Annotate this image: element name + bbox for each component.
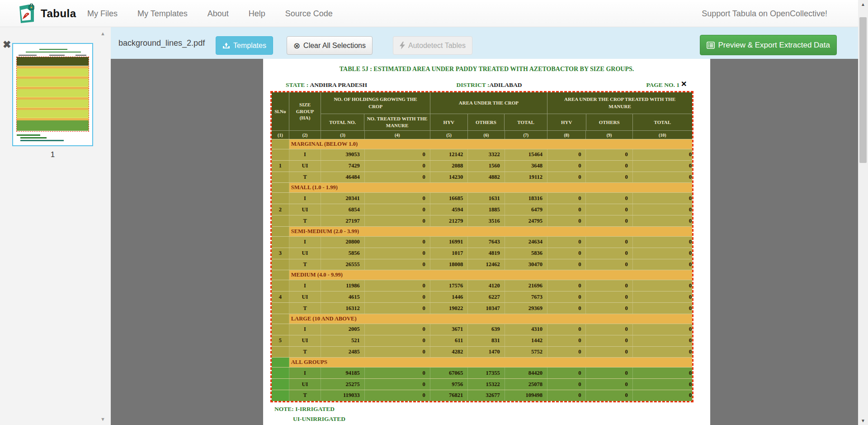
nav-item-source-code[interactable]: Source Code bbox=[285, 9, 333, 19]
value-cell: 1560 bbox=[468, 161, 505, 172]
lightning-icon bbox=[400, 42, 405, 49]
selection-close-icon[interactable]: ✕ bbox=[681, 80, 687, 88]
value-cell: 611 bbox=[430, 335, 468, 346]
slno-cell bbox=[272, 139, 289, 149]
value-cell: 32677 bbox=[468, 390, 505, 401]
value-cell: 20800 bbox=[321, 237, 364, 248]
row-type-cell: T bbox=[289, 215, 321, 226]
header-group-label: AREA UNDER THE CROP TREATED WITH THE MAN… bbox=[547, 92, 692, 114]
table-row: I20800016991764324634000 bbox=[272, 236, 692, 248]
value-cell: 46484 bbox=[321, 172, 364, 183]
row-type-cell: UI bbox=[289, 204, 321, 215]
section-band-label: SMALL (1.0 - 1.99) bbox=[289, 183, 692, 192]
value-cell: 5836 bbox=[505, 248, 547, 259]
value-cell: 0 bbox=[547, 237, 586, 248]
thumb-note-line bbox=[17, 134, 40, 136]
value-cell: 15464 bbox=[505, 149, 547, 160]
scrollbar-up-icon[interactable]: ▲ bbox=[858, 2, 868, 7]
column-number-cell: (1) bbox=[272, 131, 289, 139]
support-link[interactable]: Support Tabula on OpenCollective! bbox=[702, 0, 827, 27]
row-type-cell: I bbox=[289, 193, 321, 204]
row-type-cell: I bbox=[289, 324, 321, 335]
value-cell: 12142 bbox=[430, 149, 468, 160]
nav-item-help[interactable]: Help bbox=[249, 9, 265, 19]
value-cell: 4310 bbox=[505, 324, 547, 335]
sidebar-scroll-up-icon[interactable]: ▲ bbox=[100, 31, 105, 36]
value-cell: 3516 bbox=[468, 215, 505, 226]
value-cell: 0 bbox=[633, 390, 692, 401]
value-cell: 0 bbox=[586, 368, 632, 378]
sidebar-scroll-down-icon[interactable]: ▼ bbox=[100, 416, 105, 422]
value-cell: 0 bbox=[586, 324, 632, 335]
state-value: ANDHRA PRADESH bbox=[310, 81, 367, 88]
templates-button[interactable]: Templates bbox=[216, 36, 273, 55]
header-subcell: TOTAL bbox=[633, 114, 692, 130]
value-cell: 0 bbox=[547, 324, 586, 335]
section-band-label: MEDIUM (4.0 - 9.99) bbox=[289, 270, 692, 280]
table-row: 3UI58560101748195836000 bbox=[272, 248, 692, 259]
pdf-page[interactable]: TABLE 5J : ESTIMATED AREA UNDER PADDY TR… bbox=[263, 59, 710, 425]
value-cell: 0 bbox=[633, 149, 692, 160]
scrollbar-down-icon[interactable]: ▼ bbox=[858, 418, 868, 423]
value-cell: 0 bbox=[586, 161, 632, 172]
value-cell: 0 bbox=[547, 248, 586, 259]
header-group: NO. OF HOLDINGS GROWING THE CROPTOTAL NO… bbox=[321, 92, 430, 130]
value-cell: 16991 bbox=[430, 237, 468, 248]
value-cell: 9756 bbox=[430, 379, 468, 390]
value-cell: 30470 bbox=[505, 259, 547, 270]
section-band-row: MARGINAL (BELOW 1.0) bbox=[272, 139, 692, 149]
page-thumbnails-sidebar: ✖ 1 ▲ ▼ bbox=[0, 27, 111, 425]
header-subrow: TOTAL NO.NO. TREATED WITH THE MANURE bbox=[321, 114, 429, 130]
brand-wrap[interactable]: Tabula bbox=[18, 4, 76, 24]
header-subcell: NO. TREATED WITH THE MANURE bbox=[364, 114, 429, 130]
table-row: 2UI68540459418856479000 bbox=[272, 204, 692, 215]
value-cell: 0 bbox=[586, 390, 632, 401]
value-cell: 7643 bbox=[468, 237, 505, 248]
value-cell: 6479 bbox=[505, 204, 547, 215]
slno-cell bbox=[272, 368, 289, 378]
value-cell: 10347 bbox=[468, 303, 505, 314]
row-type-cell: I bbox=[289, 149, 321, 160]
page-thumbnail[interactable] bbox=[12, 43, 93, 146]
slno-cell bbox=[272, 237, 289, 248]
value-cell: 25078 bbox=[505, 379, 547, 390]
value-cell: 0 bbox=[547, 335, 586, 346]
thumb-note-line bbox=[20, 140, 64, 141]
column-number-cell: (6) bbox=[468, 131, 505, 139]
value-cell: 1442 bbox=[505, 335, 547, 346]
value-cell: 0 bbox=[586, 193, 632, 204]
tabula-logo-icon bbox=[18, 4, 35, 24]
value-cell: 0 bbox=[633, 237, 692, 248]
thumb-pageno-line bbox=[75, 55, 86, 56]
remove-page-icon[interactable]: ✖ bbox=[3, 40, 11, 50]
value-cell: 0 bbox=[547, 368, 586, 378]
scrollbar-thumb[interactable] bbox=[859, 17, 867, 163]
slno-cell bbox=[272, 270, 289, 280]
slno-cell bbox=[272, 314, 289, 324]
table-row: I2005036716394310000 bbox=[272, 324, 692, 335]
value-cell: 0 bbox=[547, 303, 586, 314]
nav-item-my-files[interactable]: My Files bbox=[87, 9, 118, 19]
value-cell: 20341 bbox=[321, 193, 364, 204]
value-cell: 0 bbox=[547, 172, 586, 183]
export-table-icon bbox=[707, 42, 715, 49]
value-cell: 0 bbox=[547, 379, 586, 390]
value-cell: 0 bbox=[633, 172, 692, 183]
value-cell: 67065 bbox=[430, 368, 468, 378]
value-cell: 0 bbox=[547, 215, 586, 226]
nav-item-my-templates[interactable]: My Templates bbox=[137, 9, 188, 19]
value-cell: 7429 bbox=[321, 161, 364, 172]
header-group-label: AREA UNDER THE CROP bbox=[430, 92, 547, 114]
nav-item-about[interactable]: About bbox=[208, 9, 229, 19]
slno-cell: 5 bbox=[272, 335, 289, 346]
clear-all-selections-button[interactable]: ⊗ Clear All Selections bbox=[287, 36, 373, 55]
column-number-cell: (2) bbox=[289, 131, 321, 139]
slno-cell bbox=[272, 379, 289, 390]
table-selection-box[interactable]: Sl.NoSIZE GROUP (HA)NO. OF HOLDINGS GROW… bbox=[270, 91, 693, 402]
window-scrollbar[interactable]: ▲ ▼ bbox=[858, 0, 868, 425]
value-cell: 0 bbox=[633, 193, 692, 204]
preview-export-button[interactable]: Preview & Export Extracted Data bbox=[700, 35, 837, 55]
table-header: Sl.NoSIZE GROUP (HA)NO. OF HOLDINGS GROW… bbox=[272, 92, 692, 130]
table-row: I11986017576412021696000 bbox=[272, 280, 692, 291]
section-band-label: LARGE (10 AND ABOVE) bbox=[289, 314, 692, 324]
